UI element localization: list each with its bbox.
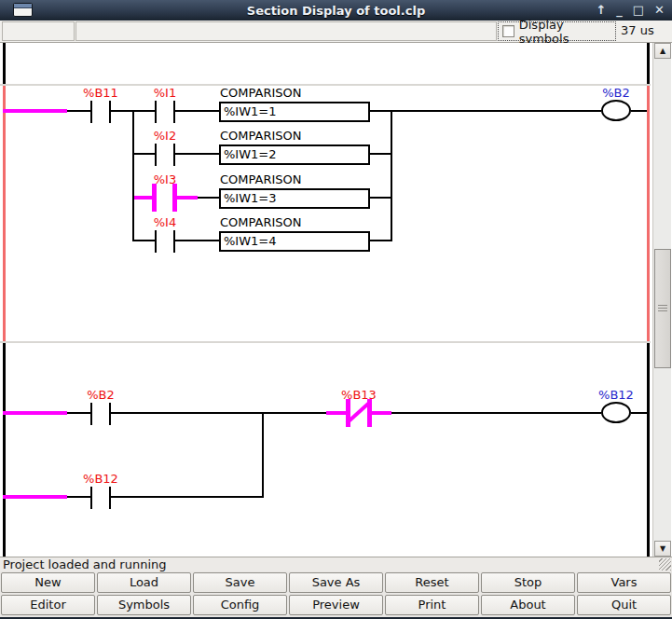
- wire: [67, 110, 90, 112]
- new-button[interactable]: New: [1, 572, 95, 593]
- power-flow-wire: [3, 109, 67, 113]
- ladder-area: %B11 %I1 COMPARISON %IW1=1 %B2 %I2 COMPA…: [0, 43, 652, 557]
- config-button[interactable]: Config: [193, 595, 287, 615]
- wire: [111, 412, 326, 414]
- window-title: Section Display of tool.clp: [0, 4, 672, 18]
- comparison-block: %IW1=2: [219, 144, 370, 165]
- right-rail: [647, 43, 650, 84]
- contact-label: %I3: [142, 173, 188, 186]
- contact-bar: [155, 101, 157, 123]
- wire: [134, 153, 155, 155]
- vars-button[interactable]: Vars: [577, 572, 671, 593]
- contact-label: %I2: [142, 130, 188, 143]
- contact-bar: [155, 144, 157, 166]
- comparison-title: COMPARISON: [220, 130, 302, 143]
- window-icon[interactable]: [13, 3, 33, 17]
- power-flow-wire: [3, 411, 67, 415]
- vertical-scrollbar[interactable]: ▲ ▼: [652, 43, 671, 557]
- scrollbar-grip: [658, 305, 667, 313]
- wire: [631, 110, 647, 112]
- symbols-button[interactable]: Symbols: [97, 595, 191, 615]
- button-panel: New Load Save Save As Reset Stop Vars Ed…: [0, 571, 672, 617]
- power-flow-wire: [326, 411, 348, 415]
- minimize-button[interactable]: _: [616, 0, 623, 21]
- quit-button[interactable]: Quit: [577, 595, 671, 615]
- wire: [370, 197, 391, 199]
- toolbar-slot-left: [2, 21, 75, 41]
- power-flow-wire: [177, 196, 198, 199]
- left-rail: [3, 343, 6, 557]
- contact-bar-active: [152, 184, 157, 212]
- wire: [631, 412, 647, 414]
- wire: [175, 153, 219, 155]
- load-button[interactable]: Load: [97, 572, 191, 593]
- save-button[interactable]: Save: [193, 572, 287, 593]
- left-rail: [3, 43, 6, 84]
- contact-bar: [109, 403, 111, 425]
- branch-junction-wire: [262, 412, 264, 498]
- coil: [601, 402, 631, 423]
- display-symbols-label: Display symbols: [519, 18, 615, 46]
- power-flow-wire: [134, 196, 154, 199]
- wire: [198, 197, 219, 199]
- right-rail: [647, 343, 650, 557]
- close-button[interactable]: ✕: [654, 0, 665, 21]
- contact-bar: [90, 487, 92, 509]
- contact-label: %I1: [142, 87, 188, 100]
- contact-bar: [155, 230, 157, 253]
- wire: [111, 496, 263, 498]
- scroll-down-button[interactable]: ▼: [654, 541, 671, 557]
- right-rail-selected: [647, 86, 650, 341]
- save-as-button[interactable]: Save As: [289, 572, 383, 593]
- status-text: Project loaded and running: [3, 557, 167, 571]
- display-symbols-checkbox[interactable]: [502, 25, 514, 37]
- maximize-button[interactable]: □: [633, 0, 644, 21]
- comparison-title: COMPARISON: [220, 87, 302, 100]
- branch-junction-wire: [132, 110, 134, 241]
- toolbar: Display symbols 37 us: [0, 21, 672, 43]
- wire: [370, 110, 391, 112]
- scrollbar-thumb[interactable]: [654, 249, 671, 368]
- editor-button[interactable]: Editor: [1, 595, 95, 615]
- toolbar-slot-main: [75, 21, 497, 41]
- contact-bar: [173, 144, 175, 166]
- print-button[interactable]: Print: [385, 595, 479, 615]
- contact-label: %B13: [336, 389, 382, 402]
- display-symbols-control[interactable]: Display symbols: [498, 21, 616, 41]
- power-flow-wire: [3, 495, 67, 499]
- comparison-title: COMPARISON: [220, 216, 302, 229]
- left-rail-selected: [3, 86, 6, 341]
- branch-junction-wire: [391, 110, 392, 241]
- wire: [370, 153, 391, 155]
- coil: [601, 100, 631, 121]
- contact-label: %I4: [142, 216, 188, 229]
- wire: [67, 412, 90, 414]
- rung-separator: [0, 341, 651, 343]
- coil-label: %B12: [593, 389, 639, 402]
- contact-bar: [90, 101, 92, 123]
- about-button[interactable]: About: [481, 595, 575, 615]
- wire: [134, 240, 155, 241]
- reset-button[interactable]: Reset: [385, 572, 479, 593]
- comparison-block: %IW1=1: [219, 102, 370, 122]
- stop-button[interactable]: Stop: [481, 572, 575, 593]
- contact-bar: [90, 403, 92, 425]
- wire: [370, 240, 391, 241]
- contact-bar: [109, 101, 111, 123]
- contact-bar: [173, 101, 175, 123]
- contact-bar: [173, 230, 175, 253]
- power-flow-wire: [372, 411, 391, 415]
- contact-label: %B2: [77, 389, 124, 402]
- preview-button[interactable]: Preview: [289, 595, 383, 615]
- scroll-up-button[interactable]: ▲: [654, 43, 671, 59]
- scan-time-label: 37 us: [616, 21, 671, 41]
- wire: [391, 412, 601, 414]
- wire: [392, 110, 601, 112]
- contact-label: %B11: [77, 87, 124, 100]
- comparison-block: %IW1=3: [219, 188, 370, 209]
- comparison-title: COMPARISON: [220, 173, 302, 186]
- coil-label: %B2: [593, 87, 639, 100]
- contact-label: %B12: [77, 473, 124, 486]
- status-bar: Project loaded and running: [0, 557, 672, 571]
- resize-grip[interactable]: [659, 558, 671, 571]
